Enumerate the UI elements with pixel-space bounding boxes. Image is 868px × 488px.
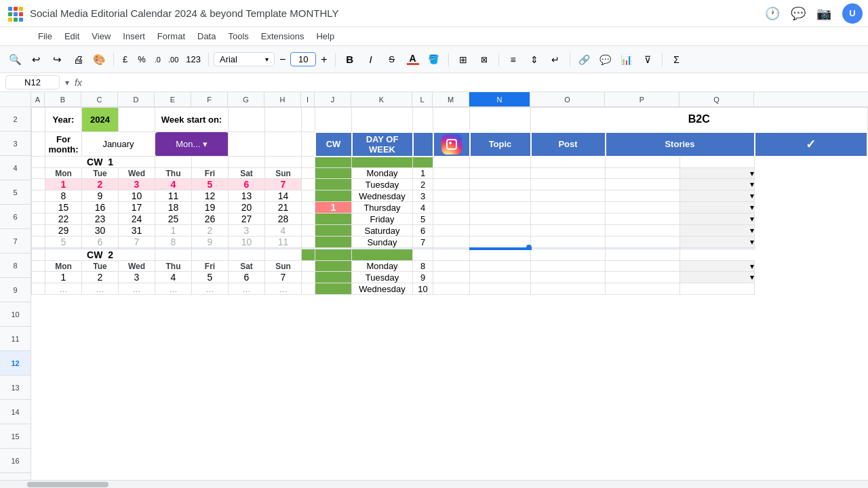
col-header-I[interactable]: I (301, 92, 315, 106)
text-color-button[interactable]: A (403, 50, 422, 69)
function-button[interactable]: Σ (667, 50, 686, 69)
currency-button[interactable]: £ (119, 53, 132, 66)
col-header-M[interactable]: M (433, 92, 469, 106)
print-button[interactable]: 🖨 (68, 50, 87, 69)
font-size-input[interactable]: 10 (290, 52, 316, 66)
menu-tools[interactable]: Tools (222, 29, 254, 43)
link-button[interactable]: 🔗 (575, 50, 594, 69)
cell-H14-sun: Sun (265, 261, 302, 272)
cell-reference-box[interactable]: N12 (5, 75, 60, 89)
row-header-13[interactable]: 13 (0, 375, 31, 400)
undo-button[interactable]: ↩ (26, 50, 45, 69)
strikethrough-button[interactable]: S (382, 50, 401, 69)
cell-C2[interactable]: 2024 (82, 108, 119, 132)
menu-insert[interactable]: Insert (117, 29, 151, 43)
cell-I13 (265, 249, 302, 261)
number-format[interactable]: 123 (183, 53, 203, 66)
col-header-H[interactable]: H (264, 92, 301, 106)
row-header-3[interactable]: 3 (0, 131, 31, 156)
font-size-plus[interactable]: + (318, 52, 330, 67)
cell-Q5-dropdown[interactable]: ▾ (680, 168, 755, 179)
menu-format[interactable]: Format (152, 29, 191, 43)
col-header-K[interactable]: K (351, 92, 412, 106)
comment-tb-button[interactable]: 💬 (596, 50, 615, 69)
col-header-O[interactable]: O (530, 92, 605, 106)
font-size-minus[interactable]: − (277, 52, 288, 67)
percent-button[interactable]: % (134, 53, 150, 66)
col-header-J[interactable]: J (315, 92, 351, 106)
row-header-4[interactable]: 4 (0, 156, 31, 180)
scrollbar-thumb[interactable] (27, 482, 108, 487)
col-header-A[interactable]: A (31, 92, 45, 106)
col-header-F[interactable]: F (191, 92, 228, 106)
expand-formula-icon[interactable]: ▾ (65, 78, 69, 87)
row-header-11[interactable]: 11 (0, 327, 31, 351)
row-header-8[interactable]: 8 (0, 253, 31, 278)
cell-N4 (470, 157, 531, 168)
wrap-button[interactable]: ↵ (546, 50, 565, 69)
decimal-increase[interactable]: .00 (165, 54, 181, 65)
row-header-6[interactable]: 6 (0, 205, 31, 229)
col-header-N[interactable]: N (469, 92, 530, 106)
cell-Q14-dropdown[interactable]: ▾ (680, 261, 755, 272)
chart-button[interactable]: 📊 (617, 50, 636, 69)
row-header-14[interactable]: 14 (0, 400, 31, 424)
row-header-10[interactable]: 10 (0, 302, 31, 327)
col-header-G[interactable]: G (228, 92, 264, 106)
filter-button[interactable]: ⊽ (638, 50, 657, 69)
menu-file[interactable]: File (33, 29, 58, 43)
row-header-9[interactable]: 9 (0, 278, 31, 302)
comment-icon[interactable]: 💬 (791, 6, 806, 21)
cell-E3-dropdown[interactable]: Mon... ▾ (155, 132, 229, 157)
row-header-7[interactable]: 7 (0, 229, 31, 253)
borders-button[interactable]: ⊞ (454, 50, 473, 69)
row-header-15[interactable]: 15 (0, 424, 31, 449)
cell-Q6-dropdown[interactable]: ▾ (680, 179, 755, 190)
col-header-P[interactable]: P (605, 92, 679, 106)
fill-color-button[interactable]: 🪣 (425, 50, 443, 69)
cell-G14-sat: Sat (229, 261, 265, 272)
cell-Q11-dropdown[interactable]: ▾ (680, 237, 755, 248)
col-header-C[interactable]: C (81, 92, 118, 106)
menu-view[interactable]: View (86, 29, 116, 43)
search-button[interactable]: 🔍 (5, 50, 24, 69)
col-header-E[interactable]: E (155, 92, 191, 106)
google-apps-icon[interactable] (5, 4, 24, 23)
sheet-body: 2 3 4 5 6 7 8 9 10 11 12 13 14 15 16 (0, 107, 868, 480)
menu-extensions[interactable]: Extensions (256, 29, 310, 43)
doc-title: Social Media Editorial Calendar 2024 & b… (30, 7, 760, 19)
paint-format-button[interactable]: 🎨 (90, 50, 108, 69)
history-icon[interactable]: 🕐 (765, 6, 780, 21)
cell-Q8-dropdown[interactable]: ▾ (680, 202, 755, 214)
horizontal-scrollbar[interactable] (0, 480, 868, 488)
col-header-Q[interactable]: Q (679, 92, 754, 106)
col-header-D[interactable]: D (118, 92, 155, 106)
col-header-L[interactable]: L (412, 92, 433, 106)
row-header-12[interactable]: 12 (0, 351, 31, 375)
cell-Q15-dropdown[interactable]: ▾ (680, 272, 755, 283)
row-header-16[interactable]: 16 (0, 449, 31, 473)
decimal-decrease[interactable]: .0 (152, 54, 163, 65)
menu-help[interactable]: Help (311, 29, 340, 43)
row-header-5[interactable]: 5 (0, 180, 31, 205)
avatar[interactable]: U (842, 3, 863, 24)
menu-edit[interactable]: Edit (59, 29, 85, 43)
italic-button[interactable]: I (361, 50, 380, 69)
cell-Q9-dropdown[interactable]: ▾ (680, 214, 755, 225)
merge-button[interactable]: ⊠ (475, 50, 494, 69)
bold-button[interactable]: B (340, 50, 359, 69)
cell-Q7-dropdown[interactable]: ▾ (680, 190, 755, 202)
cell-Q10-dropdown[interactable]: ▾ (680, 225, 755, 237)
formula-input[interactable] (87, 77, 863, 87)
halign-button[interactable]: ≡ (504, 50, 523, 69)
valign-button[interactable]: ⇕ (525, 50, 544, 69)
font-selector[interactable]: Arial▾ (214, 52, 275, 66)
cell-J5 (315, 168, 352, 179)
col-header-B[interactable]: B (45, 92, 81, 106)
menu-data[interactable]: Data (192, 29, 221, 43)
redo-button[interactable]: ↪ (47, 50, 66, 69)
cell-F15-5: 5 (192, 272, 229, 283)
camera-icon[interactable]: 📷 (816, 6, 831, 21)
cell-N12[interactable] (470, 248, 531, 249)
row-header-2[interactable]: 2 (0, 107, 31, 131)
